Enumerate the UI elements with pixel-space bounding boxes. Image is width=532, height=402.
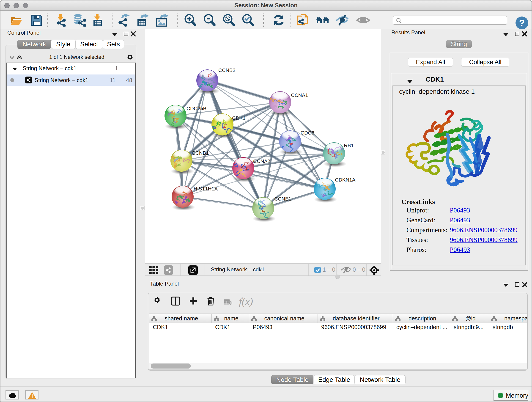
svg-text:CDK1: CDK1 xyxy=(232,115,246,121)
svg-text:CCNB2: CCNB2 xyxy=(218,67,235,73)
svg-text:CDC6: CDC6 xyxy=(301,130,314,136)
svg-text:CCNA2: CCNA2 xyxy=(253,158,270,164)
svg-text:CCNA1: CCNA1 xyxy=(291,92,308,98)
svg-text:CDC25B: CDC25B xyxy=(186,106,206,111)
svg-text:RB1: RB1 xyxy=(344,143,354,148)
svg-text:CDKN1A: CDKN1A xyxy=(335,177,355,183)
svg-text:CCNE1: CCNE1 xyxy=(274,196,291,202)
svg-text:HIST1H1A: HIST1H1A xyxy=(194,186,218,191)
svg-text:CCNB1: CCNB1 xyxy=(192,150,209,156)
